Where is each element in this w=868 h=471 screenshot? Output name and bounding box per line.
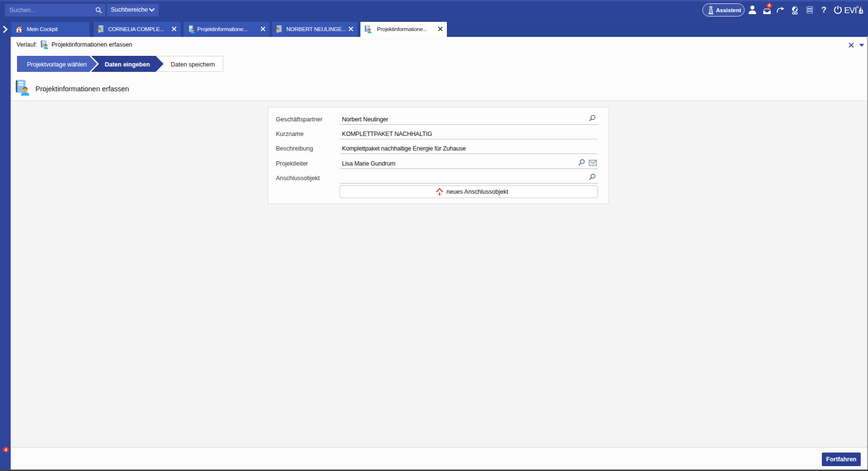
svg-text:Daten speichern: Daten speichern: [170, 61, 215, 68]
svg-text:Projektvorlage wählen: Projektvorlage wählen: [27, 61, 87, 68]
svg-text:Daten eingeben: Daten eingeben: [104, 61, 150, 68]
